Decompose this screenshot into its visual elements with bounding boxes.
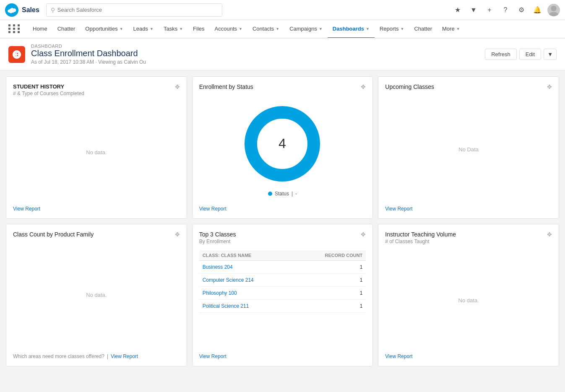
expand-icon[interactable]: ✥: [361, 83, 366, 90]
widget-instructor-title: Instructor Teaching Volume: [385, 231, 456, 238]
widget-class-count-footer: Which areas need more classes offered? |…: [13, 349, 180, 359]
expand-icon[interactable]: ✥: [361, 231, 366, 238]
widget-student-history-body: No data.: [13, 99, 180, 206]
chevron-down-icon: ▼: [150, 27, 154, 31]
chevron-down-icon: ▼: [366, 27, 370, 31]
widget-class-count: Class Count by Product Family ✥ No data.…: [6, 224, 187, 366]
favorites-icon[interactable]: ★: [452, 4, 463, 16]
chevron-down-icon: ▼: [239, 27, 242, 31]
chevron-down-icon: ▼: [120, 27, 123, 31]
sidebar-item-leads[interactable]: Leads ▼: [128, 20, 159, 39]
chevron-down-icon: ▼: [456, 27, 460, 31]
search-icon: ⚲: [51, 7, 55, 13]
widget-top3-classes: Top 3 Classes By Enrollment ✥ CLASS: CLA…: [192, 224, 373, 366]
widget-top3-title: Top 3 Classes: [199, 231, 236, 238]
record-count: 1: [294, 261, 366, 274]
refresh-button[interactable]: Refresh: [485, 49, 517, 60]
setup-icon[interactable]: ⚙: [516, 4, 527, 16]
expand-icon[interactable]: ✥: [175, 231, 180, 238]
top-right-icons: ★ ▼ + ? ⚙ 🔔: [452, 4, 560, 16]
nav-bar: Home Chatter Opportunities ▼ Leads ▼ Tas…: [0, 20, 565, 39]
donut-chart: 4: [240, 102, 324, 186]
svg-point-0: [551, 5, 556, 11]
sidebar-item-files[interactable]: Files: [188, 20, 209, 39]
help-icon[interactable]: ?: [500, 4, 511, 16]
footer-separator: |: [107, 353, 108, 359]
chevron-down-icon: ▼: [319, 27, 323, 31]
widget-upcoming-classes: Upcoming Classes ✥ No Data View Report: [378, 76, 559, 219]
widget-enrollment-status-header: Enrollment by Status ✥: [199, 83, 366, 90]
widget-top3-header: Top 3 Classes By Enrollment ✥: [199, 231, 366, 244]
expand-icon[interactable]: ✥: [175, 83, 180, 90]
class-name-link[interactable]: Philosophy 100: [203, 290, 237, 296]
view-report-link[interactable]: View Report: [199, 353, 366, 359]
more-actions-dropdown[interactable]: ▼: [544, 49, 557, 60]
search-input[interactable]: [57, 7, 218, 13]
table-row: Computer Science 214 1: [199, 274, 366, 287]
dashboard-grid: STUDENT HISTORY # & Type of Courses Comp…: [0, 70, 565, 372]
svg-point-1: [549, 12, 559, 16]
sidebar-item-more[interactable]: More ▼: [437, 20, 465, 39]
notifications-icon[interactable]: 🔔: [531, 4, 543, 16]
chevron-down-icon: ▼: [179, 27, 183, 31]
sidebar-item-tasks[interactable]: Tasks ▼: [159, 20, 188, 39]
expand-icon[interactable]: ✥: [547, 83, 552, 90]
no-data-label: No data.: [86, 149, 107, 156]
widget-instructor-body: No data.: [385, 247, 552, 353]
table-header-row: CLASS: CLASS NAME RECORD COUNT: [199, 250, 366, 261]
sidebar-item-contacts[interactable]: Contacts ▼: [247, 20, 284, 39]
legend-text: -: [295, 191, 297, 197]
avatar[interactable]: [547, 4, 560, 16]
sidebar-item-opportunities[interactable]: Opportunities ▼: [80, 20, 128, 39]
table-row: Business 204 1: [199, 261, 366, 274]
top-bar: Sales ⚲ ★ ▼ + ? ⚙ 🔔: [0, 0, 565, 20]
sidebar-item-accounts[interactable]: Accounts ▼: [210, 20, 247, 39]
view-report-link[interactable]: View Report: [385, 353, 552, 359]
sidebar-item-campaigns[interactable]: Campaigns ▼: [284, 20, 328, 39]
edit-button[interactable]: Edit: [519, 49, 541, 60]
widget-enrollment-title: Enrollment by Status: [199, 83, 253, 90]
dashboard-subtitle: As of Jul 18, 2017 10:38 AM · Viewing as…: [31, 59, 146, 65]
sidebar-item-dashboards[interactable]: Dashboards ▼: [328, 20, 375, 39]
widget-student-history-title: STUDENT HISTORY: [13, 83, 84, 90]
view-report-link[interactable]: View Report: [13, 206, 180, 212]
widget-upcoming-title: Upcoming Classes: [385, 83, 434, 90]
view-report-link[interactable]: View Report: [385, 206, 552, 212]
col-record-count: RECORD COUNT: [294, 250, 366, 261]
sidebar-item-chatter2[interactable]: Chatter: [409, 20, 437, 39]
chevron-down-icon: ▼: [276, 27, 279, 31]
footer-text: Which areas need more classes offered?: [13, 353, 104, 359]
widget-instructor-subtitle: # of Classes Taught: [385, 239, 456, 244]
salesforce-logo: [5, 3, 18, 17]
search-bar[interactable]: ⚲: [46, 3, 222, 17]
donut-chart-container: 4 Status | -: [199, 93, 366, 206]
donut-legend: Status | -: [268, 191, 297, 197]
sidebar-item-home[interactable]: Home: [28, 20, 52, 39]
widget-instructor-volume: Instructor Teaching Volume # of Classes …: [378, 224, 559, 366]
sidebar-item-chatter1[interactable]: Chatter: [52, 20, 81, 39]
table-row: Philosophy 100 1: [199, 287, 366, 300]
chevron-down-icon: ▼: [400, 27, 404, 31]
add-icon[interactable]: +: [484, 4, 495, 16]
widget-student-history: STUDENT HISTORY # & Type of Courses Comp…: [6, 76, 187, 219]
widget-top3-subtitle: By Enrollment: [199, 239, 236, 244]
view-report-link[interactable]: View Report: [199, 206, 366, 212]
dashboard-icon: [8, 46, 25, 63]
widget-class-count-body: No data.: [13, 240, 180, 349]
favorites-dropdown-icon[interactable]: ▼: [468, 4, 479, 16]
view-report-link[interactable]: View Report: [111, 353, 138, 359]
widget-student-history-header: STUDENT HISTORY # & Type of Courses Comp…: [13, 83, 180, 96]
record-count: 1: [294, 300, 366, 313]
class-name-link[interactable]: Political Science 211: [203, 303, 249, 309]
expand-icon[interactable]: ✥: [547, 231, 552, 238]
sidebar-item-reports[interactable]: Reports ▼: [375, 20, 409, 39]
legend-dot: [268, 192, 272, 196]
dashboard-title-group: DASHBOARD Class Enrollment Dashboard As …: [31, 44, 146, 65]
no-data-label: No data.: [458, 297, 479, 304]
class-name-link[interactable]: Computer Science 214: [203, 277, 254, 283]
widget-class-count-title: Class Count by Product Family: [13, 231, 94, 238]
widget-enrollment-status: Enrollment by Status ✥ 4 Status | - View…: [192, 76, 373, 219]
nav-apps-grid[interactable]: [3, 20, 28, 39]
class-name-link[interactable]: Business 204: [203, 264, 233, 270]
widget-upcoming-body: No Data: [385, 93, 552, 206]
